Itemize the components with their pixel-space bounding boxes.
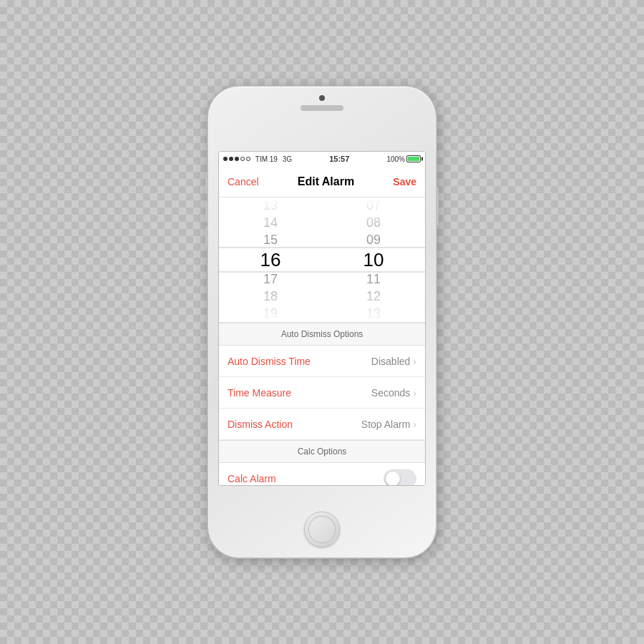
dismiss-action-value: Stop Alarm xyxy=(361,419,410,430)
time-measure-row[interactable]: Time Measure Seconds › xyxy=(219,377,425,409)
minute-12: 12 xyxy=(322,288,425,305)
auto-dismiss-time-value: Disabled xyxy=(371,356,410,367)
hour-19: 19 xyxy=(219,305,322,322)
home-button[interactable] xyxy=(304,512,340,547)
signal-dot-2 xyxy=(229,157,233,161)
calc-alarm-row[interactable]: Calc Alarm xyxy=(219,463,425,486)
minute-09: 09 xyxy=(322,232,425,249)
time-picker[interactable]: 13 14 15 16 17 18 19 07 08 09 10 11 xyxy=(219,197,425,323)
picker-columns: 13 14 15 16 17 18 19 07 08 09 10 11 xyxy=(219,197,425,322)
time-measure-value: Seconds xyxy=(371,387,410,399)
calc-alarm-label: Calc Alarm xyxy=(228,473,276,484)
minute-10-selected: 10 xyxy=(322,249,425,271)
dismiss-action-chevron: › xyxy=(413,419,416,430)
battery-icon xyxy=(406,155,421,162)
battery-fill xyxy=(408,157,419,161)
time-measure-chevron: › xyxy=(413,387,416,399)
home-button-inner xyxy=(308,516,336,543)
status-bar: TIM 19 3G 15:57 100% xyxy=(219,152,425,166)
dismiss-action-value-area: Stop Alarm › xyxy=(361,419,416,430)
signal-dot-1 xyxy=(223,157,228,161)
minute-07: 07 xyxy=(322,197,425,215)
save-button[interactable]: Save xyxy=(393,176,416,187)
auto-dismiss-time-chevron: › xyxy=(413,356,416,367)
toggle-knob xyxy=(386,472,400,486)
phone-body: TIM 19 3G 15:57 100% Cancel Edit Alarm S… xyxy=(208,86,436,558)
phone-top-area xyxy=(208,95,436,111)
hours-column[interactable]: 13 14 15 16 17 18 19 xyxy=(219,197,322,322)
phone-device: TIM 19 3G 15:57 100% Cancel Edit Alarm S… xyxy=(208,86,436,558)
hour-14: 14 xyxy=(219,215,322,232)
speaker-icon xyxy=(301,105,343,111)
auto-dismiss-section-header: Auto Dismiss Options xyxy=(219,323,425,346)
signal-dot-5 xyxy=(246,157,250,161)
signal-dot-3 xyxy=(235,157,239,161)
minute-11: 11 xyxy=(322,271,425,288)
status-time: 15:57 xyxy=(329,155,349,163)
battery-percent-label: 100% xyxy=(386,155,405,163)
hour-13: 13 xyxy=(219,197,322,215)
time-measure-value-area: Seconds › xyxy=(371,387,416,399)
dismiss-action-label: Dismiss Action xyxy=(228,419,293,430)
hour-15: 15 xyxy=(219,232,322,249)
carrier-label: TIM 19 xyxy=(255,155,278,163)
nav-bar: Cancel Edit Alarm Save xyxy=(219,166,425,197)
minute-13: 13 xyxy=(322,305,425,322)
hour-16-selected: 16 xyxy=(219,249,322,271)
hour-18: 18 xyxy=(219,288,322,305)
minute-08: 08 xyxy=(322,215,425,232)
page-title: Edit Alarm xyxy=(298,175,354,188)
auto-dismiss-time-value-area: Disabled › xyxy=(371,356,416,367)
status-left: TIM 19 3G xyxy=(223,155,292,163)
time-measure-label: Time Measure xyxy=(228,387,291,399)
hour-17: 17 xyxy=(219,271,322,288)
signal-dot-4 xyxy=(240,157,245,161)
auto-dismiss-time-label: Auto Dismiss Time xyxy=(228,356,311,367)
auto-dismiss-time-row[interactable]: Auto Dismiss Time Disabled › xyxy=(219,346,425,377)
calc-options-section-header: Calc Options xyxy=(219,440,425,463)
network-label: 3G xyxy=(283,155,292,163)
minutes-column[interactable]: 07 08 09 10 11 12 13 xyxy=(322,197,425,322)
dismiss-action-row[interactable]: Dismiss Action Stop Alarm › xyxy=(219,409,425,440)
camera-icon xyxy=(319,95,325,101)
cancel-button[interactable]: Cancel xyxy=(228,176,259,187)
phone-screen: TIM 19 3G 15:57 100% Cancel Edit Alarm S… xyxy=(218,151,426,486)
status-right: 100% xyxy=(386,155,421,163)
calc-alarm-toggle[interactable] xyxy=(384,469,416,487)
